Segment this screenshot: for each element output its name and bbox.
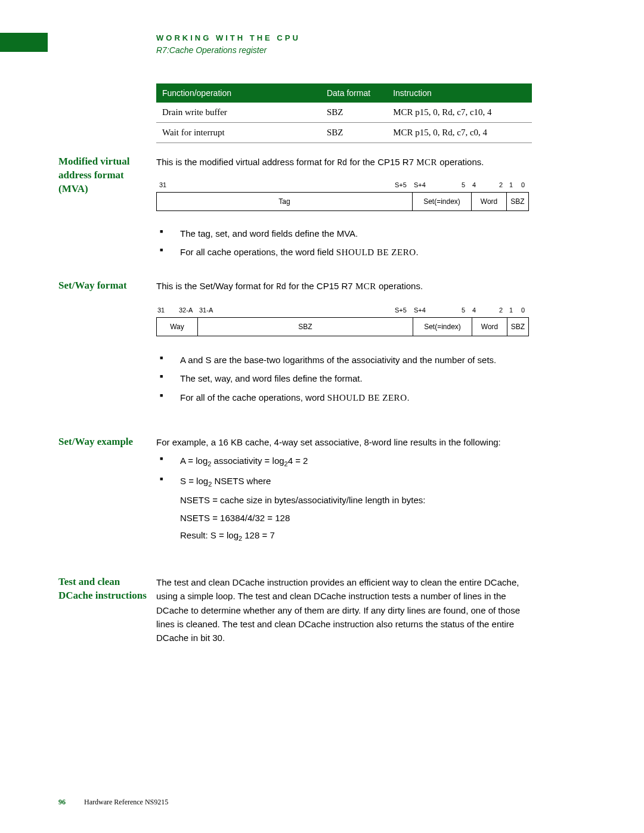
list-item: For all of the cache operations, word SH… [180, 391, 532, 405]
text: NSETS where [212, 476, 271, 486]
text: The tag, set, and word fields define the… [180, 228, 358, 239]
bit-label: 0 [521, 181, 525, 188]
chapter-kicker: WORKING WITH THE CPU [156, 33, 301, 42]
bit-labels: 31 S+5 S+4 5 4 2 1 0 [156, 181, 529, 192]
nested-line: NSETS = cache size in bytes/associativit… [180, 493, 532, 507]
chapter-subtitle: R7:Cache Operations register [156, 45, 267, 55]
th-function: Function/operation [156, 83, 321, 103]
doc-title: Hardware Reference NS9215 [84, 798, 168, 806]
bit-label: S+5 [395, 306, 407, 314]
list-item: For all cache operations, the word field… [180, 245, 532, 259]
mva-bullets: The tag, set, and word fields define the… [156, 227, 532, 265]
testclean-para: The test and clean DCache instruction pr… [156, 575, 532, 645]
section-label-mva: Modified virtual address format (MVA) [58, 155, 148, 196]
text: for the CP15 R7 [286, 281, 355, 291]
text: For all cache operations, the word field [180, 247, 336, 257]
bit-row: Way SBZ Set(=index) Word SBZ [156, 317, 529, 336]
text: S = log [180, 476, 208, 486]
mva-intro: This is the modified virtual address for… [156, 155, 532, 170]
cell: Wait for interrupt [156, 123, 321, 143]
text: This is the modified virtual address for… [156, 157, 337, 167]
bit-labels: 31 32-A 31-A S+5 S+4 5 4 2 1 0 [156, 306, 529, 317]
bit-cell-tag: Tag [157, 193, 413, 210]
text: The set, way, and word files define the … [180, 373, 363, 383]
list-item: A = log2 associativity = log24 = 2 [180, 454, 532, 469]
table-header-row: Function/operation Data format Instructi… [156, 83, 532, 103]
text: 4 = 2 [288, 456, 308, 466]
bit-cell-way: Way [157, 318, 198, 336]
bit-cell-word: Word [472, 318, 507, 336]
smallcaps: SHOULD BE ZERO [336, 247, 416, 257]
text: associativity = log [211, 456, 284, 466]
th-instruction: Instruction [387, 83, 532, 103]
bit-row: Tag Set(=index) Word SBZ [156, 192, 529, 211]
setway-bitfield: 31 32-A 31-A S+5 S+4 5 4 2 1 0 Way SBZ S… [156, 306, 529, 336]
bit-label: 4 [472, 306, 476, 314]
text: for the CP15 R7 [347, 157, 416, 167]
bit-cell-sbz2: SBZ [507, 318, 528, 336]
section-label-testclean: Test and clean DCache instructions [58, 575, 148, 603]
text: A and S are the base-two logarithms of t… [180, 355, 496, 365]
text: Result: S = log [180, 530, 239, 540]
code: Rd [276, 282, 286, 292]
bit-label: 4 [472, 181, 476, 188]
setway-bullets: A and S are the base-two logarithms of t… [156, 353, 532, 410]
bit-label: 32-A [179, 306, 193, 314]
bit-cell-sbz: SBZ [507, 193, 528, 210]
nested-line: Result: S = log2 128 = 7 [180, 528, 532, 544]
bit-label: S+4 [414, 181, 426, 188]
bit-label: 2 [499, 181, 503, 188]
text: . [416, 247, 418, 257]
bit-label: S+4 [414, 306, 426, 314]
bit-cell-sbz: SBZ [198, 318, 413, 336]
page-number: 96 [58, 798, 66, 806]
smallcaps: MCR [416, 157, 437, 167]
list-item: A and S are the base-two logarithms of t… [180, 353, 532, 367]
text: operations. [376, 281, 423, 291]
bit-label: 1 [509, 181, 513, 188]
smallcaps: MCR [355, 281, 376, 291]
bit-label: 2 [499, 306, 503, 314]
page: WORKING WITH THE CPU R7:Cache Operations… [0, 0, 644, 833]
bit-label: 31 [157, 306, 165, 314]
section-label-example: Set/Way example [58, 435, 148, 449]
list-item: The set, way, and word files define the … [180, 371, 532, 385]
example-intro: For example, a 16 KB cache, 4-way set as… [156, 435, 532, 449]
list-item: The tag, set, and word fields define the… [180, 227, 532, 240]
section-label-setway: Set/Way format [58, 279, 148, 293]
nested-line: NSETS = 16384/4/32 = 128 [180, 511, 532, 525]
bit-label: 5 [462, 181, 465, 188]
cell: MCR p15, 0, Rd, c7, c0, 4 [387, 123, 532, 143]
bit-label: 1 [509, 306, 513, 314]
bit-label: 31 [159, 181, 166, 188]
operations-table: Function/operation Data format Instructi… [156, 83, 532, 143]
th-format: Data format [321, 83, 387, 103]
setway-intro: This is the Set/Way format for Rd for th… [156, 279, 532, 294]
bit-label: 31-A [199, 306, 213, 314]
cell: SBZ [321, 103, 387, 123]
text: . [407, 392, 409, 402]
bit-cell-word: Word [472, 193, 507, 210]
cell: Drain write buffer [156, 103, 321, 123]
page-footer: 96 Hardware Reference NS9215 [58, 798, 168, 807]
text: This is the Set/Way format for [156, 281, 276, 291]
table-row: Drain write buffer SBZ MCR p15, 0, Rd, c… [156, 103, 532, 123]
cell: MCR p15, 0, Rd, c7, c10, 4 [387, 103, 532, 123]
smallcaps: SHOULD BE ZERO [327, 393, 407, 402]
bit-cell-set: Set(=index) [413, 318, 472, 336]
text: operations. [437, 157, 484, 167]
bit-cell-set: Set(=index) [413, 193, 472, 210]
text: A = log [180, 456, 208, 466]
bit-label: S+5 [395, 181, 407, 188]
table-row: Wait for interrupt SBZ MCR p15, 0, Rd, c… [156, 123, 532, 143]
bit-label: 0 [521, 306, 525, 314]
accent-bar [0, 33, 48, 52]
cell: SBZ [321, 123, 387, 143]
text: For all of the cache operations, word [180, 392, 327, 402]
bit-label: 5 [462, 306, 465, 314]
mva-bitfield: 31 S+5 S+4 5 4 2 1 0 Tag Set(=index) Wor… [156, 181, 529, 211]
list-item: S = log2 NSETS where NSETS = cache size … [180, 474, 532, 544]
example-body: For example, a 16 KB cache, 4-way set as… [156, 435, 532, 549]
code: Rd [337, 158, 347, 168]
text: 128 = 7 [242, 530, 275, 540]
